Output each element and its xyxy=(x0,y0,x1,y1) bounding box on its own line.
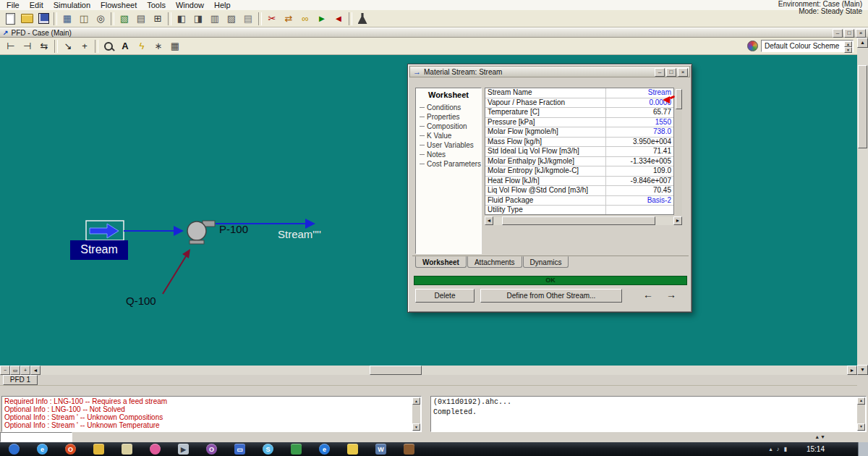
delete-button[interactable]: Delete xyxy=(415,289,475,303)
taskbar-app-folder2[interactable] xyxy=(347,444,358,455)
table-horizontal-scrollbar[interactable]: ◄ ► xyxy=(485,216,682,225)
property-value[interactable]: 109.0 xyxy=(606,166,673,176)
taskbar-app-ie[interactable]: e xyxy=(319,444,330,455)
toolbar-separator[interactable] xyxy=(168,12,171,25)
dialog-minimize-button[interactable]: – xyxy=(655,68,665,77)
restore-button[interactable]: □ xyxy=(844,29,854,38)
new-case-icon[interactable] xyxy=(2,12,18,26)
open-case-icon[interactable] xyxy=(19,12,35,26)
scroll-up-icon[interactable]: ▲ xyxy=(857,397,865,405)
auto-attach-icon[interactable]: ⊢ xyxy=(3,39,19,54)
trace-scrollbar[interactable]: ▲ ▼ xyxy=(412,397,420,431)
toolbar-separator[interactable] xyxy=(349,12,352,25)
tray-volume-icon[interactable]: ♪ xyxy=(777,442,780,456)
scroll-down-icon[interactable]: ▼ xyxy=(412,423,420,431)
tab-dynamics[interactable]: Dynamics xyxy=(523,256,569,268)
scroll-up-icon[interactable]: ▲ xyxy=(412,397,420,405)
trace-window[interactable]: Required Info : LNG-100 -- Requires a fe… xyxy=(1,396,422,432)
taskbar-app-purple[interactable]: O xyxy=(206,444,217,455)
product-stream-label[interactable]: Stream'''' xyxy=(278,228,321,240)
dialog-close-button[interactable]: × xyxy=(678,68,688,77)
save-case-icon[interactable] xyxy=(35,12,51,26)
toolbar-separator[interactable] xyxy=(258,12,262,25)
grid-view2-icon[interactable]: ▨ xyxy=(224,12,239,26)
colour-wheel-icon[interactable] xyxy=(747,41,758,51)
arrange-left-icon[interactable]: ◧ xyxy=(174,12,190,26)
scroll-right-icon[interactable]: ► xyxy=(673,216,682,225)
taskbar-clock[interactable]: 15:14 xyxy=(807,442,825,456)
size-mode-icon[interactable]: ↘ xyxy=(60,39,76,54)
nav-conditions[interactable]: Conditions xyxy=(416,103,481,112)
next-object-button[interactable]: → xyxy=(663,289,680,302)
solver-active-icon[interactable]: ► xyxy=(314,12,330,26)
menu-simulation[interactable]: Simulation xyxy=(48,1,95,10)
zoom-fit-button[interactable]: ▭ xyxy=(10,366,20,375)
nav-cost-parameters[interactable]: Cost Parameters xyxy=(416,159,481,169)
taskbar-app-green[interactable] xyxy=(291,444,302,455)
break-connection-icon[interactable]: ✂ xyxy=(264,12,280,26)
toolbar-separator[interactable] xyxy=(95,40,98,53)
zoom-out-button[interactable]: − xyxy=(0,366,10,375)
taskbar-app-media[interactable]: ▶ xyxy=(178,444,189,455)
scroll-left-icon[interactable]: ◄ xyxy=(30,366,41,375)
nav-user-variables[interactable]: User Variables xyxy=(416,140,481,150)
tray-up-icon[interactable]: ▴ xyxy=(770,442,773,456)
energy-connection-line[interactable] xyxy=(163,256,186,294)
scroll-down-icon[interactable]: ▼ xyxy=(857,423,865,431)
scrollbar-thumb[interactable] xyxy=(370,366,422,375)
console-scrollbar[interactable]: ▲ ▼ xyxy=(857,397,865,431)
basis-flask-icon[interactable] xyxy=(354,12,370,26)
nav-composition[interactable]: Composition xyxy=(416,122,481,131)
resize-up-icon[interactable]: ▲ xyxy=(814,434,820,439)
wheel-icon[interactable]: ∗ xyxy=(150,39,166,54)
menu-tools[interactable]: Tools xyxy=(142,1,171,10)
workbook-icon[interactable]: ▦ xyxy=(59,12,75,26)
energy-stream-label[interactable]: Q-100 xyxy=(126,295,156,307)
dialog-titlebar[interactable]: → Material Stream: Stream – □ × xyxy=(409,66,690,77)
swap-connections-icon[interactable]: ⇆ xyxy=(36,39,52,54)
menu-help[interactable]: Help xyxy=(209,1,236,10)
property-value[interactable]: Basis-2 xyxy=(606,196,673,206)
property-value[interactable] xyxy=(606,206,673,215)
spin-down-icon[interactable]: ▼ xyxy=(844,47,852,53)
pfd-horizontal-scrollbar[interactable]: − ▭ + ◄ ► xyxy=(0,366,857,375)
swap-icon[interactable]: ⇄ xyxy=(281,12,297,26)
minimize-button[interactable]: – xyxy=(833,29,843,38)
grid-view-icon[interactable]: ▥ xyxy=(207,12,223,26)
property-value[interactable]: 71.41 xyxy=(606,147,673,156)
toolbar-separator[interactable] xyxy=(111,12,114,25)
tab-worksheet[interactable]: Worksheet xyxy=(415,256,467,268)
nav-properties[interactable]: Properties xyxy=(416,112,481,122)
taskbar-app-folder[interactable] xyxy=(122,444,132,455)
taskbar-app-skype[interactable]: S xyxy=(263,444,273,455)
zoom-in-button[interactable]: + xyxy=(20,366,30,375)
scroll-up-icon[interactable]: ▲ xyxy=(857,38,868,48)
quick-route-icon[interactable]: ϟ xyxy=(134,39,150,54)
scroll-down-icon[interactable]: ▼ xyxy=(857,365,868,375)
toolbar-separator[interactable] xyxy=(54,40,58,53)
feed-stream-label[interactable]: Stream xyxy=(70,240,128,260)
property-value[interactable]: 3.950e+004 xyxy=(606,138,673,147)
scrollbar-thumb[interactable] xyxy=(858,65,867,148)
previous-object-button[interactable]: ← xyxy=(639,289,657,302)
tab-attachments[interactable]: Attachments xyxy=(467,256,522,268)
paste-icon[interactable]: ◫ xyxy=(76,12,92,26)
pane-resize-icons[interactable]: ▲▼ xyxy=(814,434,826,439)
define-from-other-stream-button[interactable]: Define from Other Stream... xyxy=(480,289,622,303)
property-value[interactable]: 738.0 xyxy=(606,127,673,137)
colour-scheme-dropdown[interactable]: Default Colour Scheme ▲ ▼ xyxy=(761,40,854,52)
taskbar-app-monitor[interactable]: ▭ xyxy=(234,444,245,455)
nav-k-value[interactable]: K Value xyxy=(416,131,481,140)
scroll-right-icon[interactable]: ► xyxy=(847,366,857,375)
property-value[interactable]: 1550 xyxy=(606,118,673,127)
navigator-icon[interactable]: ⊞ xyxy=(150,12,166,26)
feed-stream-arrow[interactable] xyxy=(90,224,119,238)
table-vertical-scrollbar[interactable] xyxy=(676,88,682,215)
pfd-vertical-scrollbar[interactable]: ▲ ▼ xyxy=(857,38,868,375)
pfd-tab[interactable]: PFD 1 xyxy=(3,375,38,385)
arrange-right-icon[interactable]: ◨ xyxy=(190,12,206,26)
spectacles-icon[interactable]: ∞ xyxy=(297,12,313,26)
move-mode-icon[interactable]: + xyxy=(77,39,93,54)
property-value[interactable]: 70.45 xyxy=(606,186,673,195)
toolbar-separator[interactable] xyxy=(54,12,57,25)
